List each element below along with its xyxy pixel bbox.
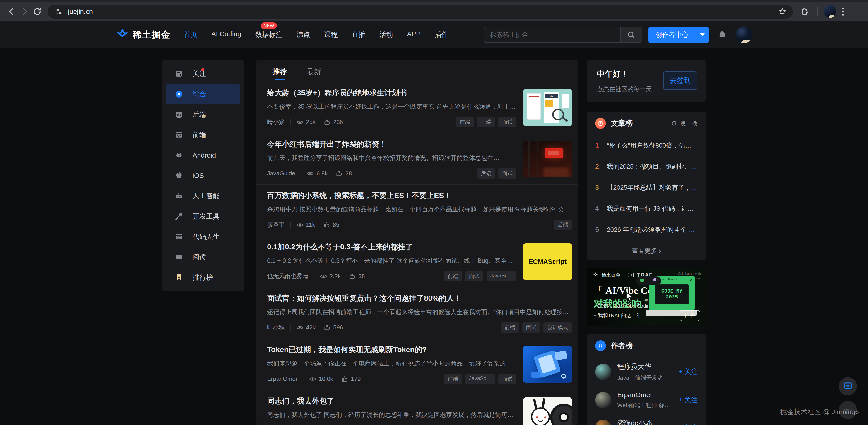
feed-tab-1[interactable]: 最新 [307,67,321,82]
author-avatar[interactable] [595,364,611,380]
user-avatar[interactable] [736,27,752,43]
nav-item-8[interactable]: 插件 [435,30,448,39]
article-author[interactable]: 也无风雨也雾晴 [267,272,308,280]
tag[interactable]: 面试 [498,374,517,384]
article-thumbnail[interactable] [523,397,572,425]
rank-item-1[interactable]: 1 “死了么”用户数翻800倍，估… [587,135,706,156]
nav-item-4[interactable]: 课程 [324,30,338,39]
article-author[interactable]: 叶小秋 [267,324,285,331]
tag[interactable]: 面试 [498,117,517,127]
like-icon[interactable] [323,324,331,331]
sidebar-item-7[interactable]: 开发工具 [162,206,244,227]
tag[interactable]: 面试 [522,323,540,333]
author-row[interactable]: 程序员大华 Java、前端开发者 + 关注 [587,357,706,386]
article-row[interactable]: 面试官：如何解决按钮重复点击？这个问题挂了80%的人！ 还记得上周我们团队在招聘… [256,287,578,339]
article-thumbnail[interactable]: ECMAScript [523,243,572,280]
search-button[interactable] [620,27,642,42]
notifications-bell-icon[interactable] [717,30,727,40]
close-icon[interactable]: ✕ [689,278,693,283]
article-title[interactable]: 0.1加0.2为什么不等于0.3-答不上来的都挂了 [267,242,517,252]
author-name[interactable]: 程序员大华 [617,362,673,371]
article-row[interactable]: Token已过期，我是如何实现无感刷新Token的? 我们来想象一个场景：你正在… [256,339,578,390]
feedback-chat-button[interactable] [839,377,857,395]
rank-refresh-button[interactable]: 换一换 [671,120,698,127]
article-author[interactable]: 廖圣平 [267,221,285,229]
article-thumbnail[interactable]: CV [523,89,572,126]
article-title[interactable]: 面试官：如何解决按钮重复点击？这个问题挂了80%的人！ [267,293,572,303]
tag[interactable]: 前端 [456,117,474,127]
creator-center-label[interactable]: 创作者中心 [648,27,695,43]
address-bar[interactable]: juejin.cn [48,4,793,19]
tag[interactable]: JavaSc… [465,374,495,384]
sidebar-item-3[interactable]: 前端 [162,125,244,145]
forward-icon[interactable] [18,5,31,18]
browser-profile-avatar[interactable] [824,5,836,18]
ad-banner[interactable]: 稀土掘金 | TRAE Collaborate withIntelligence… [587,268,706,326]
nav-item-0[interactable]: 首页 [184,30,197,39]
sidebar-item-4[interactable]: Android [162,145,244,165]
reload-icon[interactable] [31,5,43,18]
follow-button[interactable]: + 关注 [679,367,698,377]
site-info-icon[interactable] [54,6,64,17]
creator-dropdown[interactable] [695,27,709,43]
sidebar-item-5[interactable]: iOS [162,165,244,186]
like-icon[interactable] [323,221,331,229]
sidebar-item-1[interactable]: 综合 [166,84,240,104]
author-name[interactable]: ErpanOmer [617,391,673,399]
tag[interactable]: 后端 [477,168,495,178]
like-icon[interactable] [335,170,343,177]
extensions-icon[interactable] [799,5,811,18]
nav-item-5[interactable]: 直播 [352,30,365,39]
like-icon[interactable] [348,272,356,280]
article-author[interactable]: 晴小篆 [267,118,285,126]
nav-item-7[interactable]: APP [407,30,421,39]
article-title[interactable]: 百万数据的小系统，搜索标题，不要上ES！不要上ES！ [267,191,572,201]
feed-tab-0[interactable]: 推荐 [273,67,287,82]
view-more-link[interactable]: 查看更多› [595,241,698,260]
tag[interactable]: 面试 [498,168,517,178]
author-row[interactable]: ErpanOmer Web前端工程师 @跨境 + 关注 [587,386,706,414]
nav-item-2[interactable]: 数据标注NEW [255,30,282,39]
tag[interactable]: 前端 [444,374,462,384]
tag[interactable]: 前端 [501,323,519,333]
back-icon[interactable] [5,5,18,18]
article-thumbnail[interactable] [523,346,572,383]
rank-item-3[interactable]: 3 【2025年终总结】对象有了，… [587,177,706,198]
rank-item-5[interactable]: 5 2026 年前端必须掌握的 4 个 … [587,219,706,240]
sidebar-item-10[interactable]: 排行榜 [162,267,244,288]
signin-button[interactable]: 去签到 [663,71,697,90]
article-row[interactable]: 同志们，我去外包了 同志们，我去外包了 同志们，经历了漫长的思想斗争，我决定回老… [256,390,578,425]
browser-menu-icon[interactable] [842,8,844,15]
article-row[interactable]: 今年小红书后端开出了炸裂的薪资！ 前几天，我整理分享了招银网络和中兴今年校招开奖… [256,133,578,185]
like-icon[interactable] [323,118,331,126]
like-icon[interactable] [341,375,349,383]
article-title[interactable]: 给大龄（35岁+）程序员的绝地求生计划书 [267,88,517,98]
sidebar-item-9[interactable]: 阅读 [162,247,244,267]
author-row[interactable]: 恋猫de小郭 Flutter & Dart GDE @… + 关注 [587,414,706,425]
article-author[interactable]: JavaGuide [267,170,295,177]
sidebar-item-2[interactable]: 后端 [162,104,244,125]
creator-center-button[interactable]: 创作者中心 [648,27,709,43]
author-name[interactable]: 恋猫de小郭 [617,419,673,425]
article-thumbnail[interactable] [523,140,572,177]
tag[interactable]: 后端 [477,117,495,127]
tag[interactable]: 设计模式 [544,323,572,333]
tag[interactable]: JavaSc… [487,271,517,281]
article-title[interactable]: 今年小红书后端开出了炸裂的薪资！ [267,139,517,150]
nav-item-6[interactable]: 活动 [379,30,393,39]
article-row[interactable]: 百万数据的小系统，搜索标题，不要上ES！不要上ES！ 杀鸡用牛刀 按照小数据量的… [256,185,578,236]
nav-item-3[interactable]: 沸点 [297,30,310,39]
tag[interactable]: 后端 [554,220,572,230]
author-avatar[interactable] [595,392,611,408]
article-title[interactable]: 同志们，我去外包了 [267,396,517,406]
follow-button[interactable]: + 关注 [679,396,698,405]
sidebar-item-8[interactable]: 代码人生 [162,227,244,247]
tag[interactable]: 面试 [465,271,484,281]
bookmark-star-icon[interactable] [778,7,787,16]
article-title[interactable]: Token已过期，我是如何实现无感刷新Token的? [267,345,517,355]
rank-item-4[interactable]: 4 我是如何用一行 JS 代码，让… [587,198,706,219]
juejin-logo[interactable]: 稀土掘金 [116,29,170,41]
search-input[interactable] [484,31,620,38]
author-avatar[interactable] [595,420,611,425]
article-row[interactable]: 给大龄（35岁+）程序员的绝地求生计划书 不要侥幸，35 岁以上的程序员不好找工… [256,82,578,133]
